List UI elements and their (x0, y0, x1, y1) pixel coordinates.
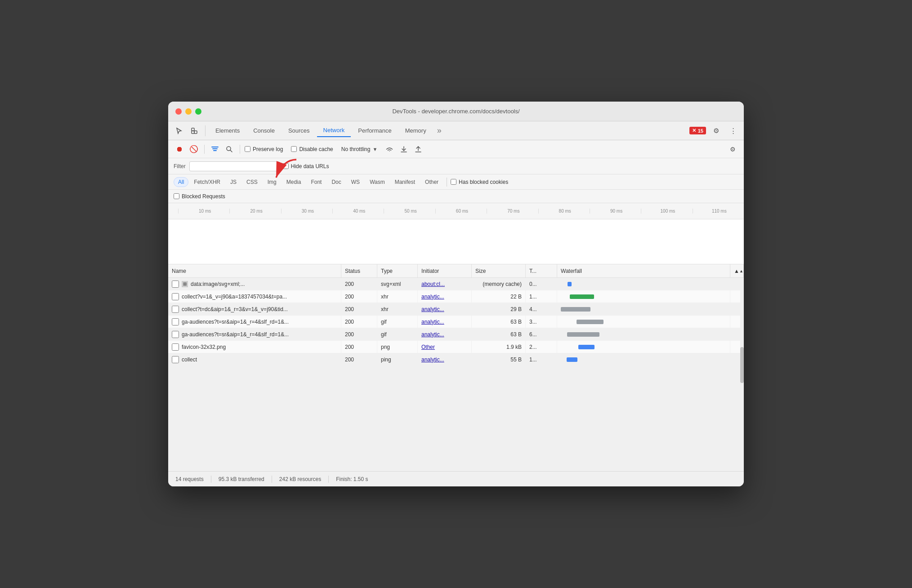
row-name-cell: ga-audiences?t=sr&aip=1&_r=4&slf_rd=1&..… (168, 316, 341, 328)
close-button[interactable] (175, 108, 182, 115)
row-name: data:image/svg+xml;... (191, 281, 245, 287)
svg-rect-2 (192, 131, 194, 134)
titlebar: DevTools - developer.chrome.com/docs/dev… (168, 102, 744, 121)
table-row[interactable]: collect?t=dc&aip=1&_r=3&v=1&_v=j90&tid..… (168, 303, 744, 316)
row-time-cell: 1... (526, 290, 557, 303)
table-row[interactable]: ga-audiences?t=sr&aip=1&_r=4&slf_rd=1&..… (168, 328, 744, 341)
hide-urls-checkbox[interactable] (283, 163, 289, 169)
row-status-cell: 200 (341, 341, 377, 353)
row-name-cell: favicon-32x32.png (168, 341, 341, 353)
col-type[interactable]: Type (377, 264, 418, 277)
table-row[interactable]: ⊞data:image/svg+xml;...200svg+xmlabout:c… (168, 278, 744, 290)
filter-type-other[interactable]: Other (420, 177, 443, 187)
filter-type-doc[interactable]: Doc (327, 177, 345, 187)
transferred-size: 95.3 kB transferred (219, 476, 264, 482)
row-checkbox[interactable] (172, 318, 179, 325)
search-icon[interactable] (224, 143, 235, 155)
col-initiator[interactable]: Initiator (418, 264, 472, 277)
throttle-value: No throttling (341, 146, 371, 152)
row-checkbox[interactable] (172, 306, 179, 313)
table-row[interactable]: collect200pinganalytic...55 B1... (168, 353, 744, 366)
scrollbar-track[interactable] (740, 264, 744, 471)
scrollbar-thumb[interactable] (740, 347, 744, 383)
filter-type-img[interactable]: Img (263, 177, 281, 187)
wifi-icon[interactable] (384, 143, 395, 155)
filter-type-font[interactable]: Font (306, 177, 326, 187)
cursor-icon[interactable] (172, 124, 186, 138)
row-status-cell: 200 (341, 290, 377, 303)
row-waterfall-cell (557, 278, 730, 290)
col-size[interactable]: Size (472, 264, 526, 277)
row-initiator-cell[interactable]: analytic... (418, 353, 472, 365)
preserve-log-label[interactable]: Preserve log (245, 146, 283, 152)
row-initiator-cell[interactable]: analytic... (418, 303, 472, 315)
row-checkbox[interactable] (172, 331, 179, 338)
row-checkbox[interactable] (172, 293, 179, 300)
has-blocked-cookies-checkbox[interactable] (451, 179, 456, 185)
row-checkbox[interactable] (172, 281, 179, 288)
filter-input[interactable] (189, 161, 279, 171)
row-initiator-cell[interactable]: Other (418, 341, 472, 353)
clear-button[interactable]: 🚫 (188, 143, 200, 155)
hide-urls-label[interactable]: Hide data URLs (283, 163, 329, 169)
row-initiator-cell[interactable]: analytic... (418, 316, 472, 328)
error-badge: ✕ 15 (689, 127, 706, 134)
row-waterfall-cell (557, 290, 730, 303)
row-name-cell: ⊞data:image/svg+xml;... (168, 278, 341, 290)
preserve-log-checkbox[interactable] (245, 146, 250, 152)
export-icon[interactable] (412, 143, 424, 155)
row-initiator-cell[interactable]: about:cl... (418, 278, 472, 290)
tab-sources[interactable]: Sources (282, 125, 316, 137)
maximize-button[interactable] (195, 108, 201, 115)
has-blocked-cookies-text: Has blocked cookies (459, 179, 508, 185)
throttle-dropdown-icon[interactable]: ▼ (372, 147, 377, 152)
row-initiator-cell[interactable]: analytic... (418, 328, 472, 340)
has-blocked-cookies-label[interactable]: Has blocked cookies (451, 179, 508, 185)
devtools-window: DevTools - developer.chrome.com/docs/dev… (168, 102, 744, 486)
filter-type-all[interactable]: All (174, 177, 188, 187)
blocked-requests-label[interactable]: Blocked Requests (174, 193, 225, 200)
row-type-cell: gif (377, 328, 418, 340)
settings-icon[interactable]: ⚙ (709, 124, 723, 138)
col-sort[interactable]: ▲ (730, 264, 744, 277)
inspect-icon[interactable] (187, 124, 201, 138)
row-checkbox[interactable] (172, 343, 179, 351)
filter-type-ws[interactable]: WS (347, 177, 364, 187)
filter-icon[interactable] (209, 143, 221, 155)
col-waterfall[interactable]: Waterfall (557, 264, 730, 277)
more-tabs-icon[interactable]: » (434, 126, 445, 135)
col-status[interactable]: Status (341, 264, 377, 277)
import-icon[interactable] (398, 143, 410, 155)
network-settings-icon[interactable]: ⚙ (727, 143, 738, 155)
disable-cache-checkbox[interactable] (291, 146, 297, 152)
table-row[interactable]: collect?v=1&_v=j90&a=1837457034&t=pa...2… (168, 290, 744, 303)
filter-type-js[interactable]: JS (226, 177, 241, 187)
tab-network[interactable]: Network (317, 124, 351, 137)
col-name[interactable]: Name (168, 264, 341, 277)
more-options-icon[interactable]: ⋮ (726, 124, 740, 138)
filter-type-manifest[interactable]: Manifest (390, 177, 420, 187)
row-type-cell: xhr (377, 290, 418, 303)
row-name: collect?v=1&_v=j90&a=1837457034&t=pa... (182, 294, 287, 300)
row-initiator-cell[interactable]: analytic... (418, 290, 472, 303)
filter-type-media[interactable]: Media (282, 177, 306, 187)
tab-elements[interactable]: Elements (209, 125, 246, 137)
tab-performance[interactable]: Performance (352, 125, 398, 137)
filter-type-xhr[interactable]: Fetch/XHR (189, 177, 225, 187)
tab-memory[interactable]: Memory (399, 125, 433, 137)
window-controls (175, 108, 201, 115)
minimize-button[interactable] (185, 108, 192, 115)
tab-console[interactable]: Console (247, 125, 281, 137)
blocked-requests-checkbox[interactable] (174, 193, 179, 199)
table-row[interactable]: favicon-32x32.png200pngOther1.9 kB2... (168, 341, 744, 353)
record-button[interactable]: ⏺ (174, 143, 185, 155)
row-checkbox[interactable] (172, 356, 179, 363)
filter-type-wasm[interactable]: Wasm (365, 177, 389, 187)
col-time[interactable]: T... (526, 264, 557, 277)
tick-40ms: 40 ms (332, 209, 384, 214)
filter-type-css[interactable]: CSS (242, 177, 262, 187)
tick-90ms: 90 ms (590, 209, 641, 214)
table-row[interactable]: ga-audiences?t=sr&aip=1&_r=4&slf_rd=1&..… (168, 316, 744, 328)
waterfall-bar (568, 282, 572, 286)
disable-cache-label[interactable]: Disable cache (291, 146, 333, 152)
